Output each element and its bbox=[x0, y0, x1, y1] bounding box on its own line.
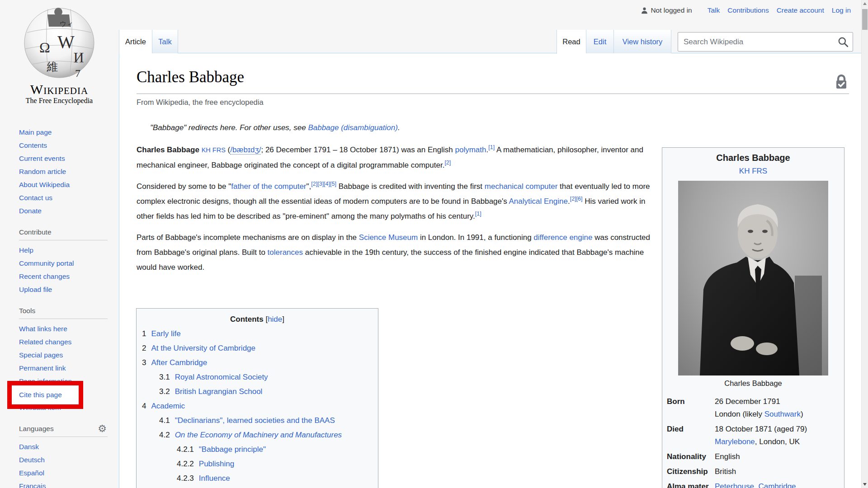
section-title-tools: Tools bbox=[19, 307, 108, 319]
gear-icon[interactable]: ⚙ bbox=[98, 423, 107, 435]
list-item: Help bbox=[19, 244, 108, 257]
language-link[interactable]: Français bbox=[19, 482, 46, 488]
sidebar-link[interactable]: Donate bbox=[19, 207, 42, 215]
personal-link[interactable]: Talk bbox=[708, 6, 720, 14]
inline-link[interactable]: Marylebone bbox=[715, 437, 755, 446]
list-item: Permanent link bbox=[19, 361, 108, 375]
tab-edit[interactable]: Edit bbox=[586, 30, 613, 53]
inline-link[interactable]: Science Museum bbox=[359, 233, 418, 242]
page-title: Charles Babbage bbox=[137, 68, 244, 86]
sidebar-link[interactable]: Current events bbox=[19, 155, 65, 162]
list-item: Recent changes bbox=[19, 270, 108, 283]
infobox-row: Died18 October 1871 (aged 79)Marylebone,… bbox=[667, 422, 840, 450]
wikipedia-tagline: The Free Encyclopedia bbox=[9, 97, 109, 105]
toc-item: 3.1Royal Astronomical Society bbox=[137, 370, 378, 385]
sidebar-link[interactable]: About Wikipedia bbox=[19, 181, 70, 188]
infobox-value: Peterhouse, Cambridge bbox=[715, 480, 840, 488]
sidebar-link[interactable]: Random article bbox=[19, 168, 66, 175]
sidebar-link[interactable]: Recent changes bbox=[19, 272, 70, 280]
sidebar-link[interactable]: Related changes bbox=[19, 338, 71, 346]
toc-hide-toggle[interactable]: hide bbox=[268, 315, 282, 324]
sidebar-link[interactable]: What links here bbox=[19, 325, 67, 333]
personal-link[interactable]: Contributions bbox=[727, 6, 769, 14]
toc-link[interactable]: Early life bbox=[151, 329, 180, 338]
infobox-label: Born bbox=[667, 395, 715, 421]
sidebar-link[interactable]: Community portal bbox=[19, 259, 74, 267]
reference-link[interactable]: [1] bbox=[475, 211, 481, 217]
toc-item: 4Academic bbox=[137, 399, 378, 413]
lead-paragraph: Parts of Babbage's incomplete mechanisms… bbox=[137, 230, 652, 275]
scroll-down-arrow[interactable] bbox=[863, 483, 867, 486]
sidebar-link[interactable]: Contact us bbox=[19, 194, 52, 202]
list-item: Contact us bbox=[19, 191, 70, 204]
tab-article[interactable]: Article bbox=[119, 30, 152, 54]
toc-link[interactable]: On the Economy of Machinery and Manufact… bbox=[175, 431, 342, 439]
inline-link[interactable]: polymath bbox=[455, 145, 486, 154]
inline-link[interactable]: Peterhouse, Cambridge bbox=[715, 482, 796, 488]
section-title-languages: Languages ⚙ bbox=[19, 425, 108, 437]
personal-link[interactable]: Log in bbox=[832, 6, 851, 14]
reference-link[interactable]: [2][6] bbox=[570, 196, 583, 202]
infobox-caption: Charles Babbage bbox=[662, 378, 844, 388]
inline-link[interactable]: tolerances bbox=[268, 248, 303, 257]
sidebar-link[interactable]: Permanent link bbox=[19, 364, 66, 372]
hatnote: "Babbage" redirects here. For other uses… bbox=[150, 120, 652, 135]
cite-this-page-link[interactable]: Cite this page bbox=[12, 391, 62, 399]
infobox-label: Died bbox=[667, 423, 715, 448]
wikipedia-globe-icon: W Ω И 維 ウィ 7 bbox=[23, 5, 96, 80]
scrollbar-thumb[interactable] bbox=[862, 9, 868, 30]
toc-link[interactable]: After Cambridge bbox=[151, 358, 207, 367]
language-link[interactable]: Deutsch bbox=[19, 456, 45, 464]
search-input[interactable] bbox=[678, 38, 837, 47]
reference-link[interactable]: [2][3][4][5] bbox=[311, 181, 336, 187]
sidebar-link[interactable]: Contents bbox=[19, 141, 47, 149]
sidebar-link[interactable]: Upload file bbox=[19, 286, 52, 293]
wikipedia-logo[interactable]: W Ω И 維 ウィ 7 Wikipedia The Free Encyclop… bbox=[9, 5, 109, 105]
reference-link[interactable]: [1] bbox=[488, 144, 495, 150]
user-icon bbox=[641, 7, 648, 14]
tab-talk[interactable]: Talk bbox=[152, 30, 178, 53]
language-link[interactable]: Español bbox=[19, 469, 44, 477]
sidebar-link[interactable]: Special pages bbox=[19, 351, 63, 359]
sidebar-section-languages: Languages ⚙ DanskDeutschEspañolFrançais bbox=[19, 425, 108, 488]
toc-link[interactable]: At the University of Cambridge bbox=[151, 344, 255, 352]
inline-link[interactable]: Analytical Engine bbox=[509, 197, 568, 206]
toc-link[interactable]: Royal Astronomical Society bbox=[175, 373, 268, 381]
toc-item: 3After Cambridge bbox=[137, 356, 378, 370]
sidebar-link[interactable]: Main page bbox=[19, 128, 52, 136]
inline-link[interactable]: Southwark bbox=[764, 410, 801, 418]
search-icon[interactable] bbox=[837, 36, 849, 48]
personal-link[interactable]: Create account bbox=[777, 6, 824, 14]
inline-link[interactable]: mechanical computer bbox=[485, 182, 558, 191]
list-item: Special pages bbox=[19, 348, 108, 361]
toc-link[interactable]: Influence bbox=[199, 474, 230, 483]
title-divider bbox=[137, 94, 849, 94]
page-scrollbar[interactable] bbox=[861, 0, 868, 488]
language-link[interactable]: Dansk bbox=[19, 443, 39, 450]
scroll-up-arrow[interactable] bbox=[863, 2, 867, 5]
sidebar-section-contribute: Contribute HelpCommunity portalRecent ch… bbox=[19, 228, 108, 296]
inline-link[interactable]: difference engine bbox=[533, 233, 592, 242]
tab-view-history[interactable]: View history bbox=[613, 30, 671, 53]
toc-link[interactable]: "Declinarians", learned societies and th… bbox=[175, 416, 335, 425]
inline-link[interactable]: Babbage (disambiguation) bbox=[308, 123, 397, 132]
toc-link[interactable]: British Lagrangian School bbox=[175, 387, 263, 396]
personal-links: TalkContributionsCreate accountLog in bbox=[700, 6, 851, 14]
tab-read[interactable]: Read bbox=[557, 30, 586, 54]
portrait-image[interactable] bbox=[678, 181, 828, 375]
toc-item: 4.2.3Influence bbox=[137, 471, 378, 486]
list-item: Current events bbox=[19, 152, 70, 165]
list-item: Upload file bbox=[19, 283, 108, 296]
honorific-link[interactable]: KH FRS bbox=[739, 167, 767, 175]
inline-link[interactable]: father of the computer bbox=[231, 182, 306, 191]
reference-link[interactable]: [2] bbox=[444, 160, 451, 166]
pronunciation-link[interactable]: /bæbɪdʒ/ bbox=[230, 145, 261, 155]
infobox-row: NationalityEnglish bbox=[667, 450, 840, 465]
toc-link[interactable]: "Babbage principle" bbox=[199, 445, 266, 454]
infobox-row: Alma materPeterhouse, Cambridge bbox=[667, 479, 840, 488]
toc-link[interactable]: Academic bbox=[151, 402, 185, 410]
protection-lock-icon[interactable] bbox=[835, 74, 848, 90]
toc-link[interactable]: Publishing bbox=[199, 460, 234, 468]
sidebar-link[interactable]: Help bbox=[19, 246, 33, 254]
inline-link[interactable]: KH FRS bbox=[202, 146, 226, 154]
